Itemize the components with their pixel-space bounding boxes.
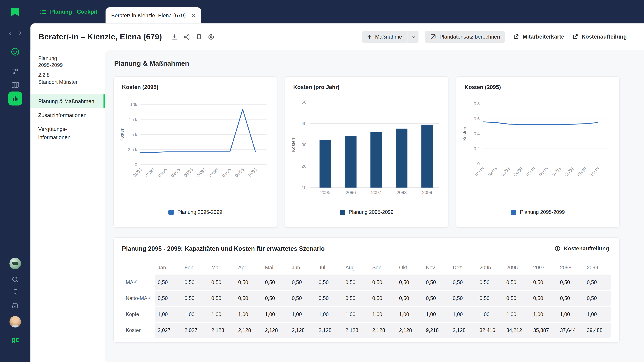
tab-label: Planung - Cockpit	[50, 8, 97, 15]
analytics-nav-active[interactable]	[0, 91, 30, 105]
table-cell: 34,212	[504, 323, 530, 338]
header-band: JanFebMarAprMaiJunJulAugSepOktNovDez2095…	[155, 261, 611, 274]
svg-text:2095: 2095	[320, 190, 330, 195]
map-icon[interactable]	[0, 81, 30, 89]
chevron-down-icon	[410, 34, 416, 39]
svg-text:09/95: 09/95	[234, 167, 245, 178]
plan-range: 2095-2099	[38, 62, 105, 69]
table-cell: 0,50	[289, 291, 316, 306]
org-meta: 2.2.8 Standort Münster	[30, 72, 105, 86]
chevron-right-icon[interactable]	[17, 30, 23, 36]
table-cell: 1,00	[182, 307, 208, 322]
table-cell: 1,00	[423, 307, 450, 322]
column-header: Dez	[450, 261, 477, 274]
chart-title: Kosten (2095)	[122, 84, 158, 90]
column-header: Jul	[316, 261, 343, 274]
table-cell: 0,50	[316, 291, 343, 306]
page-title: Berater/-in – Kienzle, Elena (679)	[38, 32, 162, 41]
table-cell: 2,027	[182, 323, 208, 338]
table-cell: 1,00	[235, 307, 262, 322]
column-header: Jan	[155, 261, 182, 274]
bookmark-icon[interactable]	[0, 289, 30, 296]
sliders-icon[interactable]	[0, 67, 30, 76]
close-icon[interactable]: ✕	[192, 13, 196, 18]
table-cell: 2,128	[262, 323, 289, 338]
kostenaufteilung-info-link[interactable]: Kostenaufteilung	[554, 245, 609, 252]
massnahme-dropdown-button[interactable]	[407, 30, 418, 43]
svg-text:03/95: 03/95	[157, 167, 168, 178]
chart-title: Kosten (pro Jahr)	[293, 84, 340, 90]
chart-legend[interactable]: Planung 2095-2099	[114, 209, 277, 215]
chart-legend[interactable]: Planung 2095-2099	[456, 209, 619, 215]
line-chart-kosten-2095-ratio: 00,20,40,60,8Kosten01/9502/9503/9504/950…	[456, 93, 620, 197]
tab-employee[interactable]: Berater/-in Kienzle, Elena (679) ✕	[106, 7, 202, 23]
svg-text:2099: 2099	[422, 190, 432, 195]
main-panel: Planung & Maßnahmen Kosten (2095) 02,5 k…	[105, 50, 644, 362]
title-actions	[172, 33, 214, 40]
svg-text:0,2: 0,2	[474, 146, 480, 151]
table-row: Kosten2,0272,0272,1282,1282,1282,1282,12…	[122, 323, 611, 338]
app-logo[interactable]	[0, 7, 30, 18]
tab-label: Berater/-in Kienzle, Elena (679)	[111, 12, 186, 18]
table-cell: 0,50	[450, 291, 477, 306]
svg-text:7,5 k: 7,5 k	[128, 117, 137, 122]
nav-planung-massnahmen[interactable]: Planung & Maßnahmen	[30, 94, 105, 108]
section-nav: Planung & Maßnahmen Zusatzinformationen …	[30, 94, 105, 144]
page-header: Berater/-in – Kienzle, Elena (679)	[30, 23, 644, 50]
row-label: Köpfe	[122, 307, 155, 322]
nav-zusatzinformationen[interactable]: Zusatzinformationen	[30, 108, 105, 122]
table-cell: 0,50	[396, 291, 423, 306]
nav-verguetungsinformationen[interactable]: Vergütungs-informationen	[30, 122, 105, 144]
column-header: 2097	[530, 261, 557, 274]
section-heading: Planung & Maßnahmen	[114, 59, 189, 67]
chart-legend[interactable]: Planung 2095-2099	[285, 209, 448, 215]
bot-avatar-image	[10, 258, 21, 269]
table-cell: 0,50	[370, 291, 396, 306]
table-cell: 0,50	[182, 275, 208, 290]
legend-label: Planung 2095-2099	[178, 209, 222, 215]
column-header: Mai	[262, 261, 289, 274]
table-cell: 39,488	[584, 323, 611, 338]
row-label: Netto-MAK	[122, 291, 155, 306]
bot-avatar[interactable]	[0, 258, 30, 269]
add-massnahme-button[interactable]: Maßnahme	[362, 30, 407, 43]
table-row: Köpfe1,001,001,001,001,001,001,001,001,0…	[122, 307, 611, 322]
svg-text:03/95: 03/95	[500, 166, 511, 177]
share-icon[interactable]	[184, 33, 190, 40]
plandatensatz-button[interactable]: Plandatensatz berechnen	[425, 30, 505, 43]
inbox-icon[interactable]	[0, 302, 30, 309]
mitarbeiterkarte-link[interactable]: Mitarbeiterkarte	[513, 34, 564, 40]
download-icon[interactable]	[172, 33, 178, 40]
chevron-left-icon[interactable]	[8, 30, 13, 36]
svg-text:04/95: 04/95	[170, 167, 181, 178]
table-cell: 1,00	[262, 307, 289, 322]
assistant-icon[interactable]	[0, 47, 30, 57]
table-cell: 35,887	[530, 323, 557, 338]
table-cell: 0,50	[316, 275, 343, 290]
external-link-icon	[572, 34, 578, 40]
user-avatar[interactable]	[0, 316, 30, 328]
svg-text:01/95: 01/95	[132, 167, 143, 178]
button-label: Maßnahme	[375, 34, 402, 40]
chart-card-kosten-2095-ratio: Kosten (2095) 00,20,40,60,8Kosten01/9502…	[456, 76, 620, 228]
table-cell: 1,00	[584, 307, 611, 322]
search-icon[interactable]	[0, 276, 30, 283]
svg-text:30: 30	[302, 142, 306, 147]
table-cell: 0,50	[208, 275, 235, 290]
tab-planung-cockpit[interactable]: Planung - Cockpit	[39, 0, 102, 23]
table-title: Planung 2095 - 2099: Kapazitäten und Kos…	[122, 245, 325, 252]
sub-sidebar: Planung 2095-2099 2.2.8 Standort Münster…	[30, 50, 105, 362]
table-cell: 0,50	[289, 275, 316, 290]
svg-text:Kosten: Kosten	[120, 128, 124, 142]
external-link-icon	[513, 34, 520, 40]
table-cell: 0,50	[504, 275, 530, 290]
table-cell: 2,027	[155, 323, 182, 338]
column-header: Apr	[235, 261, 262, 274]
user-avatar-image	[10, 316, 21, 328]
kostenaufteilung-link[interactable]: Kostenaufteilung	[572, 34, 627, 40]
table-cell: 1,00	[343, 307, 370, 322]
bookmark-icon[interactable]	[196, 34, 202, 40]
line-chart-kosten-2095: 02,5 k5 k7,5 k10kKosten01/9502/9503/9504…	[114, 93, 278, 197]
profile-circle-icon[interactable]	[208, 33, 214, 40]
table-cell: 1,00	[477, 307, 504, 322]
